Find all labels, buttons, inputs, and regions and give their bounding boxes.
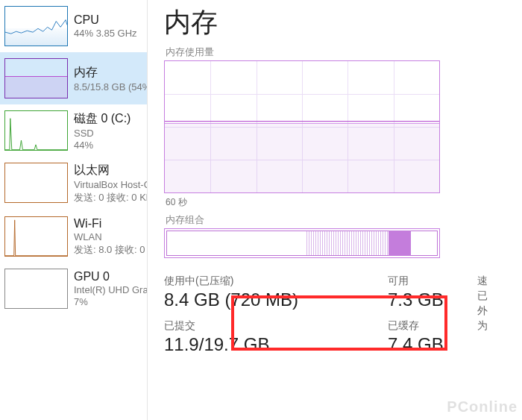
stat-inuse-label: 使用中(已压缩) <box>164 275 388 288</box>
comp-seg-inuse <box>166 231 306 256</box>
stat-side2: 为 <box>477 319 522 355</box>
sidebar-item-gpu[interactable]: GPU 0 Intel(R) UHD Graphics 7% <box>0 263 147 315</box>
task-manager-performance: CPU 44% 3.85 GHz 内存 8.5/15.8 GB (54%) 磁盘… <box>0 0 522 420</box>
stat-available: 可用 7.3 GB <box>388 275 477 318</box>
cpu-label: CPU <box>74 13 137 27</box>
sidebar-item-disk[interactable]: 磁盘 0 (C:) SSD 44% <box>0 104 147 157</box>
memory-usage-chart <box>164 60 440 193</box>
sidebar-item-cpu[interactable]: CPU 44% 3.85 GHz <box>0 0 147 52</box>
sidebar-item-memory[interactable]: 内存 8.5/15.8 GB (54%) <box>0 52 147 104</box>
wifi-net: 发送: 8.0 接收: 0 Kbps <box>74 243 148 257</box>
stat-available-label: 可用 <box>388 275 477 288</box>
composition-chart-label: 内存组合 <box>166 213 522 227</box>
stat-inuse: 使用中(已压缩) 8.4 GB (720 MB) <box>164 275 388 318</box>
comp-seg-modified <box>306 231 389 256</box>
stat-side1: 速 已 外 <box>477 275 522 318</box>
disk-thumbnail-chart <box>4 110 68 151</box>
wifi-label: Wi-Fi <box>74 217 148 231</box>
memory-stats-grid: 使用中(已压缩) 8.4 GB (720 MB) 可用 7.3 GB 速 已 外… <box>164 275 522 355</box>
comp-seg-free <box>411 231 438 256</box>
gpu-thumbnail-chart <box>4 269 68 309</box>
wifi-sub: WLAN <box>74 231 148 242</box>
stat-inuse-value: 8.4 GB (720 MB) <box>164 289 388 310</box>
memory-label: 内存 <box>74 65 148 81</box>
gpu-sub1: Intel(R) UHD Graphics <box>74 284 148 295</box>
ethernet-label: 以太网 <box>74 163 148 178</box>
disk-sub2: 44% <box>74 140 130 151</box>
memory-composition-chart <box>164 228 440 258</box>
memory-thumbnail-chart <box>4 58 68 98</box>
stat-cached: 已缓存 7.4 GB <box>388 319 477 355</box>
stat-available-value: 7.3 GB <box>388 289 477 310</box>
cpu-thumbnail-chart <box>4 6 68 46</box>
disk-label: 磁盘 0 (C:) <box>74 111 130 127</box>
page-title: 内存 <box>164 4 522 41</box>
comp-seg-standby <box>389 231 411 256</box>
stat-committed-value: 11.9/19.7 GB <box>164 334 388 355</box>
usage-chart-label: 内存使用量 <box>166 46 522 59</box>
ethernet-thumbnail-chart <box>4 163 68 203</box>
disk-sub1: SSD <box>74 128 130 139</box>
stat-committed-label: 已提交 <box>164 319 388 333</box>
ethernet-net: 发送: 0 接收: 0 Kbps <box>74 191 148 204</box>
stat-cached-value: 7.4 GB <box>388 334 477 355</box>
memory-detail-panel: 内存 内存使用量 60 秒 内存组合 使用中(已压缩) 8.4 GB (720 <box>148 0 522 420</box>
memory-sub: 8.5/15.8 GB (54%) <box>74 81 148 93</box>
performance-sidebar: CPU 44% 3.85 GHz 内存 8.5/15.8 GB (54%) 磁盘… <box>0 0 148 420</box>
ethernet-sub: VirtualBox Host-Only . <box>74 179 148 190</box>
gpu-sub2: 7% <box>74 296 148 307</box>
sidebar-item-ethernet[interactable]: 以太网 VirtualBox Host-Only . 发送: 0 接收: 0 K… <box>0 157 147 210</box>
gpu-label: GPU 0 <box>74 270 148 283</box>
wifi-thumbnail-chart <box>4 216 68 257</box>
stat-committed: 已提交 11.9/19.7 GB <box>164 319 388 355</box>
usage-chart-xaxis: 60 秒 <box>166 196 522 209</box>
cpu-sub: 44% 3.85 GHz <box>74 28 137 39</box>
sidebar-item-wifi[interactable]: Wi-Fi WLAN 发送: 8.0 接收: 0 Kbps <box>0 210 147 263</box>
stat-cached-label: 已缓存 <box>388 319 477 333</box>
